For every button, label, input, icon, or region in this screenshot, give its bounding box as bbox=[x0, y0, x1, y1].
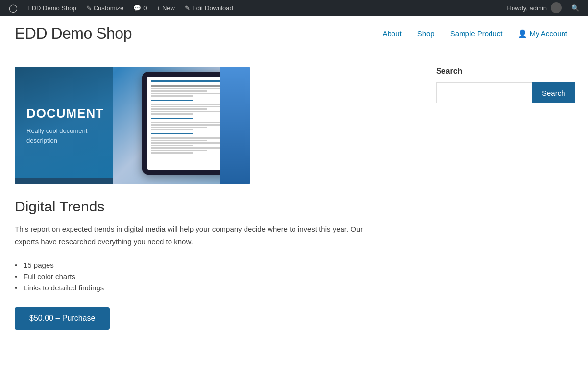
customize-label: Customize bbox=[94, 4, 123, 12]
doc-overlay-desc: Really cool document description bbox=[26, 126, 101, 145]
howdy-button[interactable]: Howdy, admin bbox=[502, 0, 566, 16]
new-button[interactable]: + New bbox=[151, 0, 180, 16]
purchase-button[interactable]: $50.00 – Purchase bbox=[15, 307, 110, 330]
search-widget-title: Search bbox=[436, 67, 573, 76]
product-features: 15 pages Full color charts Links to deta… bbox=[15, 260, 421, 293]
search-admin-button[interactable]: 🔍 bbox=[566, 0, 584, 16]
product-title: Digital Trends bbox=[15, 198, 421, 215]
comments-button[interactable]: 💬 0 bbox=[128, 0, 151, 16]
howdy-label: Howdy, admin bbox=[507, 4, 547, 12]
wordpress-icon: ◯ bbox=[9, 3, 18, 13]
search-button[interactable]: Search bbox=[532, 82, 575, 103]
feature-item: Links to detailed findings bbox=[15, 282, 421, 293]
my-account-label: My Account bbox=[529, 29, 567, 38]
comments-icon: 💬 bbox=[133, 4, 141, 12]
primary-content: DOCUMENT Really cool document descriptio… bbox=[15, 67, 421, 330]
search-input[interactable] bbox=[436, 82, 532, 103]
search-admin-icon: 🔍 bbox=[571, 4, 579, 12]
customize-icon: ✎ bbox=[86, 4, 92, 12]
site-nav: About Shop Sample Product 👤 My Account bbox=[376, 26, 573, 41]
site-name-button[interactable]: EDD Demo Shop bbox=[23, 0, 81, 16]
doc-overlay-left: DOCUMENT Really cool document descriptio… bbox=[15, 67, 113, 184]
doc-lines bbox=[151, 80, 221, 154]
pencil-icon: ✎ bbox=[185, 4, 190, 12]
search-widget: Search Search bbox=[436, 67, 573, 103]
product-image: DOCUMENT Really cool document descriptio… bbox=[15, 67, 250, 184]
search-form: Search bbox=[436, 82, 573, 103]
comments-count: 0 bbox=[143, 4, 147, 12]
tablet-frame bbox=[142, 72, 230, 175]
nav-sample-product[interactable]: Sample Product bbox=[444, 26, 509, 41]
edit-download-button[interactable]: ✎ Edit Download bbox=[180, 0, 238, 16]
nav-my-account[interactable]: 👤 My Account bbox=[512, 26, 573, 41]
feature-item: 15 pages bbox=[15, 260, 421, 271]
image-right-accent bbox=[220, 67, 250, 184]
customize-button[interactable]: ✎ Customize bbox=[81, 0, 128, 16]
doc-overlay-title: DOCUMENT bbox=[26, 106, 101, 121]
product-description: This report on expected trends in digita… bbox=[15, 223, 377, 248]
sidebar: Search Search bbox=[436, 67, 573, 330]
new-label: New bbox=[162, 4, 175, 12]
edit-download-label: Edit Download bbox=[192, 4, 233, 12]
plus-icon: + bbox=[156, 4, 160, 12]
admin-bar: ◯ EDD Demo Shop ✎ Customize 💬 0 + New ✎ … bbox=[0, 0, 588, 16]
tablet-screen bbox=[147, 77, 225, 170]
site-title: EDD Demo Shop bbox=[15, 25, 132, 43]
nav-about[interactable]: About bbox=[376, 26, 407, 41]
avatar-icon bbox=[551, 2, 562, 13]
main-content: DOCUMENT Really cool document descriptio… bbox=[0, 52, 588, 344]
doc-blue-bar bbox=[15, 178, 113, 184]
wordpress-logo-button[interactable]: ◯ bbox=[4, 0, 23, 16]
site-header: EDD Demo Shop About Shop Sample Product … bbox=[0, 16, 588, 52]
site-name-label: EDD Demo Shop bbox=[27, 4, 76, 12]
account-person-icon: 👤 bbox=[518, 29, 527, 38]
nav-shop[interactable]: Shop bbox=[412, 26, 441, 41]
feature-item: Full color charts bbox=[15, 271, 421, 282]
